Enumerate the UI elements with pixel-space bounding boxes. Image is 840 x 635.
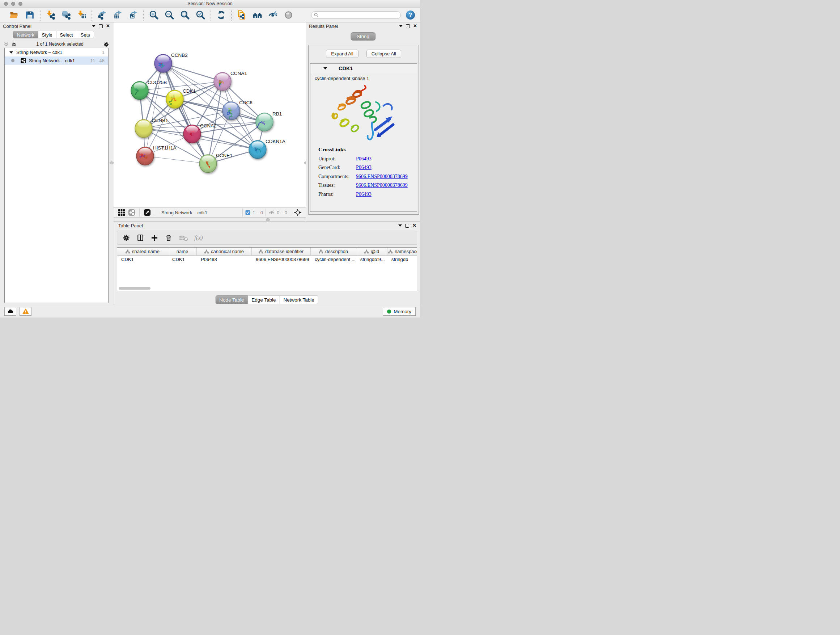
function-builder-icon[interactable]: f(x): [194, 234, 203, 241]
tab-network-table[interactable]: Network Table: [280, 295, 318, 304]
network-node-RB1[interactable]: [256, 113, 273, 131]
column-header-database-identifier[interactable]: database identifier: [252, 248, 311, 255]
hide-selected-icon[interactable]: [268, 10, 278, 20]
panel-menu-icon[interactable]: [399, 25, 403, 27]
column-header-namespace[interactable]: namespace: [387, 248, 417, 255]
clipboard-network-icon[interactable]: [237, 10, 247, 20]
import-table-icon[interactable]: [77, 10, 87, 20]
crosslink-value-link[interactable]: P06493: [356, 156, 371, 162]
network-node-CCNB1[interactable]: [135, 119, 152, 138]
import-database-icon[interactable]: [61, 10, 71, 20]
crosslink-value-link[interactable]: 9606.ENSP00000378699: [356, 174, 408, 180]
network-node-CDC25B[interactable]: [131, 81, 148, 100]
panel-close-icon[interactable]: ✕: [413, 24, 417, 28]
tab-select[interactable]: Select: [57, 31, 77, 38]
collapse-all-tree-icon[interactable]: [11, 42, 17, 47]
panel-float-icon[interactable]: [405, 224, 409, 228]
crosslink-value-link[interactable]: P06493: [356, 165, 371, 171]
zoom-in-icon[interactable]: [149, 10, 159, 20]
network-row[interactable]: String Network – cdk1 11 48: [5, 57, 108, 65]
network-node-CDKN1A[interactable]: [249, 141, 266, 158]
network-edge[interactable]: [145, 63, 163, 156]
crosslink-value-link[interactable]: P06493: [356, 192, 371, 197]
tab-string[interactable]: String: [351, 32, 376, 41]
column-header-name[interactable]: name: [168, 248, 197, 255]
panel-float-icon[interactable]: [406, 24, 410, 28]
help-icon[interactable]: ?: [406, 11, 415, 19]
export-image-icon[interactable]: [128, 10, 138, 20]
crosslink-row: Tissues:9606.ENSP00000378699: [318, 182, 417, 188]
import-network-icon[interactable]: [46, 10, 55, 20]
birds-eye-view-icon[interactable]: [144, 209, 151, 216]
first-neighbors-icon[interactable]: [253, 10, 262, 20]
grid-view-icon[interactable]: [118, 209, 125, 216]
column-header--id[interactable]: @id: [356, 248, 387, 255]
network-node-CDK1[interactable]: [166, 90, 183, 108]
horizontal-splitter[interactable]: [114, 218, 306, 221]
network-node-CCNA1[interactable]: [214, 73, 231, 90]
network-edge[interactable]: [145, 156, 208, 164]
zoom-out-icon[interactable]: [164, 10, 174, 20]
refresh-view-icon[interactable]: [216, 10, 226, 20]
save-session-icon[interactable]: [25, 10, 35, 20]
expand-all-button[interactable]: Expand All: [326, 50, 358, 58]
network-node-CCNA2[interactable]: [183, 125, 201, 143]
network-share-view-icon[interactable]: [128, 209, 135, 216]
panel-menu-icon[interactable]: [398, 225, 402, 226]
add-column-icon[interactable]: [150, 234, 158, 242]
panel-float-icon[interactable]: [99, 24, 103, 28]
network-options-gear-icon[interactable]: [103, 41, 109, 48]
column-header-description[interactable]: description: [311, 248, 356, 255]
crosslinks-section: CrossLinks Uniprot:P06493GeneCard:P06493…: [318, 146, 417, 197]
memory-button[interactable]: Memory: [383, 307, 416, 316]
table-options-gear-icon[interactable]: [122, 234, 130, 242]
cloud-status-button[interactable]: [4, 307, 16, 316]
network-canvas[interactable]: CCNB2CCNA1CDC25BCDK1CDC6RB1CCNB1CCNA2CDK…: [114, 22, 306, 207]
gene-header-row[interactable]: CDK1: [310, 64, 417, 73]
network-edge[interactable]: [163, 63, 223, 81]
collapse-all-button[interactable]: Collapse All: [366, 50, 401, 58]
delete-table-icon[interactable]: [179, 234, 188, 242]
search-field[interactable]: [311, 11, 401, 19]
column-header-canonical-name[interactable]: canonical name: [197, 248, 252, 255]
panel-menu-icon[interactable]: [92, 25, 95, 27]
expand-all-tree-icon[interactable]: [4, 42, 9, 47]
left-splitter-handle[interactable]: [110, 162, 114, 165]
network-node-CDC6[interactable]: [223, 102, 240, 120]
search-input[interactable]: [319, 12, 401, 19]
network-node-CCNE1[interactable]: [199, 155, 217, 173]
zoom-fit-icon[interactable]: [180, 10, 190, 20]
collection-expander-icon[interactable]: [9, 51, 13, 54]
tab-network[interactable]: Network: [13, 31, 38, 38]
column-header-shared-name[interactable]: shared name: [117, 248, 168, 255]
gene-description: cyclin-dependent kinase 1: [315, 76, 417, 81]
network-collection-row[interactable]: String Network – cdk1 1: [5, 48, 108, 57]
network-node-CCNB2[interactable]: [155, 54, 172, 73]
selected-checkbox-icon[interactable]: [245, 210, 250, 215]
fit-selected-crosshair-icon[interactable]: [294, 209, 302, 216]
crosslinks-title: CrossLinks: [318, 146, 417, 153]
crosslink-value-link[interactable]: 9606.ENSP00000378699: [356, 182, 408, 188]
export-table-icon[interactable]: [113, 10, 123, 20]
delete-column-icon[interactable]: [164, 234, 172, 242]
tab-edge-table[interactable]: Edge Table: [248, 295, 279, 304]
table-row[interactable]: CDK1CDK1P064939606.ENSP00000378699cyclin…: [117, 256, 417, 263]
tab-node-table[interactable]: Node Table: [215, 295, 248, 304]
warnings-button[interactable]: [19, 307, 32, 316]
tab-style[interactable]: Style: [38, 31, 57, 38]
gene-collapse-icon[interactable]: [324, 67, 327, 70]
network-edge[interactable]: [192, 134, 257, 149]
horizontal-splitter-handle[interactable]: [266, 218, 270, 221]
table-horizontal-scrollbar[interactable]: [118, 287, 150, 290]
open-session-icon[interactable]: [9, 10, 19, 20]
export-network-icon[interactable]: [97, 10, 107, 20]
panel-close-icon[interactable]: ✕: [106, 24, 110, 28]
show-columns-icon[interactable]: [136, 234, 144, 242]
network-node-HIST1H1A[interactable]: [136, 147, 154, 165]
tab-sets[interactable]: Sets: [77, 31, 94, 38]
show-all-icon[interactable]: [284, 10, 294, 20]
results-panel: Results Panel ✕ String Expand All Collap…: [306, 22, 420, 221]
gene-name: CDK1: [339, 65, 353, 71]
zoom-selected-icon[interactable]: [196, 10, 205, 20]
panel-close-icon[interactable]: ✕: [412, 224, 416, 227]
